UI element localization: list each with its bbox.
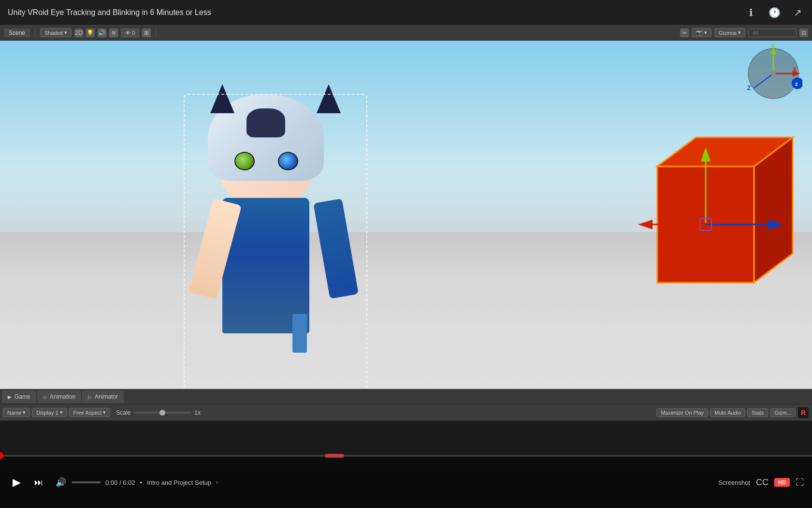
svg-text:Z: Z: [747, 85, 751, 91]
gizmo-axes-svg: Y X Z z z: [744, 45, 802, 103]
history-icon[interactable]: 🕐: [768, 6, 781, 19]
persp-label: ⬡Persp: [764, 103, 785, 110]
tools-icon[interactable]: ✂: [680, 29, 689, 37]
animation-tab[interactable]: ◇ Animation: [37, 390, 81, 403]
scale-thumb: [160, 410, 165, 416]
video-controls-right: Screenshot CC HD ⛶: [718, 478, 804, 488]
search-container: [748, 28, 797, 37]
svg-text:z: z: [795, 81, 798, 87]
toolbar-separator-1: [35, 28, 35, 38]
gizmos-game-label: Gizm...: [774, 410, 791, 416]
toolbar-separator-2: [156, 28, 156, 38]
mute-audio-button[interactable]: Mute Audio: [710, 408, 745, 417]
chapter-name: Intro and Project Setup: [147, 479, 211, 486]
top-bar: Unity VRoid Eye Tracking and Blinking in…: [0, 0, 812, 25]
animation-tab-icon: ◇: [43, 394, 47, 400]
hd-label: HD: [778, 479, 786, 485]
stats-label: Stats: [752, 410, 764, 416]
grid-button[interactable]: ⊞: [142, 29, 151, 37]
layout-icon[interactable]: ⊟: [799, 29, 808, 37]
animator-tab-icon: ▷: [88, 394, 92, 400]
game-tab-icon: ▶: [8, 394, 12, 400]
scale-value: 1x: [194, 409, 201, 416]
info-icon[interactable]: ℹ: [744, 6, 758, 19]
shade-mode-button[interactable]: Shaded ▾: [40, 28, 72, 37]
progress-bar[interactable]: [0, 455, 812, 457]
r-label: R: [801, 409, 806, 417]
aspect-chevron: ▾: [103, 409, 106, 416]
lighting-button[interactable]: 💡: [86, 29, 95, 37]
x-axis-arrow: [638, 220, 652, 229]
unity-scene-toolbar: Scene Shaded ▾ 2D 💡 🔊 ≋ 👁 0 ⊞ ✂ 📷 ▾ Gizm…: [0, 25, 812, 41]
red-cube-object: [619, 128, 802, 312]
animator-tab-label: Animator: [95, 393, 118, 400]
chapter-marker: [325, 454, 344, 458]
scene-viewport: Y X Z z z ⬡Persp: [0, 41, 812, 389]
current-time: 0:00: [105, 479, 117, 486]
maximize-label: Maximize On Play: [661, 410, 704, 416]
video-title: Unity VRoid Eye Tracking and Blinking in…: [8, 8, 211, 17]
gizmos-button[interactable]: Gizmos ▾: [714, 28, 745, 37]
play-button[interactable]: ▶: [8, 474, 25, 491]
next-button[interactable]: ⏭: [30, 474, 47, 491]
chapter-separator: •: [140, 479, 142, 486]
bottom-tab-bar: ▶ Game ◇ Animation ▷ Animator: [0, 389, 812, 404]
share-icon[interactable]: ↗: [791, 6, 804, 19]
subtitles-button[interactable]: CC: [756, 478, 768, 488]
fullscreen-icon: ⛶: [796, 478, 804, 488]
visibility-label: 0: [132, 30, 135, 36]
volume-bar[interactable]: [72, 481, 101, 483]
svg-text:X: X: [793, 66, 797, 73]
gizmos-game-button[interactable]: Gizm...: [770, 408, 796, 417]
scale-control: Scale 1x: [116, 409, 201, 416]
effects-button[interactable]: ≋: [109, 29, 118, 37]
fullscreen-button[interactable]: ⛶: [796, 478, 804, 488]
mute-label: Mute Audio: [714, 410, 741, 416]
visibility-button[interactable]: 👁 0: [121, 29, 139, 37]
volume-button[interactable]: 🔊: [52, 474, 70, 491]
total-time: 6:02: [123, 479, 135, 486]
gizmos-label: Gizmos: [719, 30, 737, 36]
search-input[interactable]: [748, 29, 797, 37]
name-dropdown[interactable]: Name ▾: [3, 408, 30, 417]
animation-tab-label: Animation: [50, 393, 75, 400]
scene-tab[interactable]: Scene: [4, 29, 30, 37]
name-chevron: ▾: [23, 409, 26, 416]
scale-label: Scale: [116, 409, 130, 416]
hd-badge[interactable]: HD: [774, 478, 790, 487]
gizmo-axes-indicator: Y X Z z z: [744, 45, 802, 103]
visibility-icon: 👁: [125, 30, 130, 36]
cube-svg: [619, 128, 802, 312]
display-dropdown[interactable]: Display 1 ▾: [32, 408, 67, 417]
volume-control: 🔊: [52, 474, 101, 491]
gizmos-chevron: ▾: [738, 30, 741, 36]
maximize-on-play-button[interactable]: Maximize On Play: [656, 408, 708, 417]
selection-border: [184, 94, 367, 389]
screenshot-label: Screenshot: [718, 479, 750, 486]
character-model: [184, 94, 367, 389]
audio-button[interactable]: 🔊: [98, 29, 106, 37]
animator-tab[interactable]: ▷ Animator: [82, 390, 124, 403]
display-label: Display 1: [36, 410, 58, 416]
chapter-arrow: ›: [216, 479, 218, 486]
camera-mode-button[interactable]: 📷 ▾: [692, 28, 711, 37]
character-container: [184, 94, 367, 389]
svg-point-12: [771, 71, 776, 76]
cc-icon: CC: [756, 478, 768, 488]
video-player-bar: ▶ ⏭ 🔊 0:00 / 6:02 • Intro and Project Se…: [0, 455, 812, 508]
game-tab-label: Game: [14, 393, 30, 400]
time-display: 0:00 / 6:02: [105, 479, 135, 486]
toolbar-right: ✂ 📷 ▾ Gizmos ▾ ⊟: [680, 28, 808, 37]
aspect-label: Free Aspect: [73, 410, 102, 416]
top-bar-icons: ℹ 🕐 ↗: [744, 6, 804, 19]
video-controls: ▶ ⏭ 🔊 0:00 / 6:02 • Intro and Project Se…: [0, 457, 812, 508]
shade-mode-label: Shaded: [44, 30, 63, 36]
aspect-dropdown[interactable]: Free Aspect ▾: [69, 408, 111, 417]
2d-button[interactable]: 2D: [74, 29, 83, 37]
game-tab[interactable]: ▶ Game: [2, 390, 36, 403]
stats-button[interactable]: Stats: [747, 408, 768, 417]
screenshot-button[interactable]: Screenshot: [718, 479, 750, 486]
game-toolbar: Name ▾ Display 1 ▾ Free Aspect ▾ Scale 1…: [0, 404, 812, 421]
display-chevron: ▾: [60, 409, 63, 416]
scale-track[interactable]: [133, 412, 191, 414]
